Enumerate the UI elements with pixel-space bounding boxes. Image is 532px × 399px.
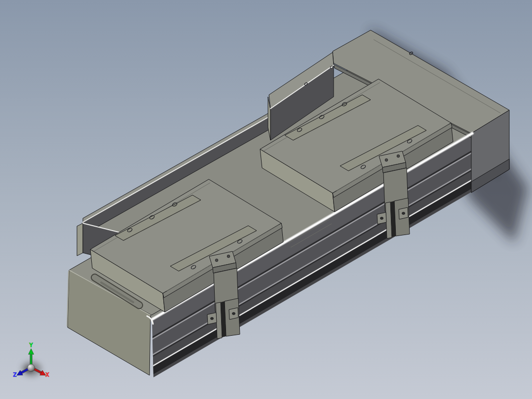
back-wall-end-face <box>77 223 83 256</box>
x-axis-label: X <box>45 371 49 378</box>
cad-3d-scene[interactable]: Y X Z <box>0 0 532 399</box>
z-axis-label: Z <box>13 371 17 378</box>
triad-origin-sphere <box>28 364 35 372</box>
y-axis-label: Y <box>29 341 33 349</box>
cad-viewport[interactable]: Y X Z <box>0 0 532 399</box>
